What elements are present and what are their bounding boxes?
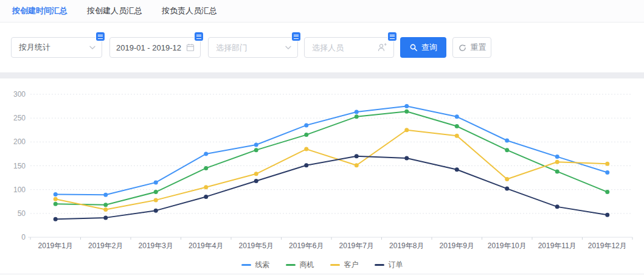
form-helper-badge-icon[interactable]	[388, 32, 396, 41]
x-tick-label: 2019年10月	[488, 242, 527, 250]
data-point	[555, 169, 559, 173]
data-point	[54, 197, 58, 201]
data-point	[103, 203, 108, 207]
data-point	[355, 109, 359, 114]
data-point	[54, 217, 58, 221]
hamburger-lines-icon	[196, 35, 201, 39]
data-point	[154, 180, 158, 184]
series-line-线索	[55, 106, 608, 195]
filter-bar: 按月统计 2019-01 - 2019-12	[0, 23, 644, 72]
data-point	[455, 134, 459, 138]
x-tick-label: 2019年11月	[538, 242, 576, 250]
data-point	[404, 128, 409, 132]
form-helper-badge-icon[interactable]	[292, 32, 300, 41]
x-tick-label: 2019年5月	[239, 242, 274, 250]
period-select[interactable]: 按月统计	[11, 37, 102, 58]
legend-label: 客户	[344, 260, 359, 270]
data-point	[204, 151, 208, 156]
data-point	[455, 124, 459, 128]
y-tick-label: 250	[13, 114, 26, 122]
data-point	[204, 166, 208, 170]
data-point	[154, 190, 158, 194]
calendar-icon	[185, 43, 195, 52]
series-line-商机	[55, 111, 608, 205]
legend-item-商机[interactable]: 商机	[286, 260, 314, 270]
legend-item-订单[interactable]: 订单	[375, 260, 403, 270]
data-point	[505, 177, 509, 181]
line-chart-svg: 0501001502002503002019年1月2019年2月2019年3月2…	[0, 78, 644, 254]
data-point	[54, 192, 58, 196]
data-point	[505, 138, 509, 142]
y-tick-label: 150	[13, 162, 26, 170]
hamburger-lines-icon	[98, 35, 103, 39]
legend-item-线索[interactable]: 线索	[241, 260, 270, 270]
data-point	[154, 198, 158, 202]
data-point	[103, 215, 108, 220]
reset-button[interactable]: 重置	[452, 37, 491, 58]
search-button-label: 查询	[421, 42, 437, 53]
data-point	[605, 190, 609, 194]
search-icon	[409, 43, 418, 52]
legend-dash-icon	[286, 264, 296, 266]
department-select-input[interactable]	[210, 38, 280, 57]
data-point	[304, 147, 308, 151]
tab-by-create-time[interactable]: 按创建时间汇总	[12, 5, 68, 16]
summary-tabs-bar: 按创建时间汇总 按创建人员汇总 按负责人员汇总	[0, 0, 644, 23]
chevron-down-icon	[88, 43, 97, 52]
legend-dash-icon	[330, 264, 340, 266]
y-tick-label: 100	[13, 186, 26, 194]
data-point	[455, 114, 459, 119]
legend-dash-icon	[375, 264, 384, 266]
data-point	[254, 172, 258, 176]
data-point	[404, 109, 409, 114]
reset-button-label: 重置	[471, 42, 486, 53]
data-point	[605, 162, 609, 166]
data-point	[54, 202, 58, 206]
legend-item-客户[interactable]: 客户	[330, 260, 359, 270]
add-user-icon	[377, 43, 387, 52]
data-point	[254, 179, 258, 183]
x-tick-label: 2019年1月	[38, 242, 73, 250]
y-tick-label: 0	[21, 233, 26, 242]
personnel-picker[interactable]	[304, 37, 394, 58]
x-tick-label: 2019年6月	[289, 242, 324, 250]
personnel-input[interactable]	[306, 38, 375, 57]
y-tick-label: 300	[13, 90, 26, 99]
data-point	[304, 163, 308, 167]
data-point	[304, 123, 308, 127]
data-point	[204, 195, 208, 199]
data-point	[103, 207, 108, 212]
data-point	[103, 193, 108, 197]
hamburger-lines-icon	[294, 35, 299, 39]
legend-dash-icon	[241, 264, 251, 266]
legend-label: 线索	[255, 260, 270, 270]
data-point	[254, 148, 258, 152]
data-point	[204, 185, 208, 189]
refresh-icon	[458, 43, 467, 52]
x-tick-label: 2019年2月	[88, 242, 123, 250]
department-select[interactable]	[208, 37, 298, 58]
tab-by-creator[interactable]: 按创建人员汇总	[87, 5, 142, 16]
data-point	[605, 213, 609, 217]
period-select-value: 按月统计	[19, 42, 50, 53]
data-point	[304, 133, 308, 137]
data-point	[355, 154, 359, 158]
data-point	[404, 104, 409, 108]
form-helper-badge-icon[interactable]	[96, 32, 105, 41]
y-tick-label: 200	[13, 137, 26, 146]
tab-by-owner[interactable]: 按负责人员汇总	[162, 5, 217, 16]
data-point	[505, 148, 509, 152]
x-tick-label: 2019年8月	[389, 242, 424, 250]
chart-legend: 线索商机客户订单	[0, 260, 644, 270]
data-point	[254, 143, 258, 147]
date-range-picker[interactable]: 2019-01 - 2019-12	[109, 37, 201, 58]
legend-label: 商机	[300, 260, 314, 270]
hamburger-lines-icon	[390, 35, 395, 39]
chart-panel: 0501001502002503002019年1月2019年2月2019年3月2…	[0, 78, 644, 274]
x-tick-label: 2019年4月	[189, 242, 223, 250]
data-point	[605, 170, 609, 175]
chevron-down-icon	[284, 43, 293, 52]
form-helper-badge-icon[interactable]	[195, 32, 203, 41]
search-button[interactable]: 查询	[400, 37, 446, 58]
x-tick-label: 2019年12月	[588, 242, 627, 250]
